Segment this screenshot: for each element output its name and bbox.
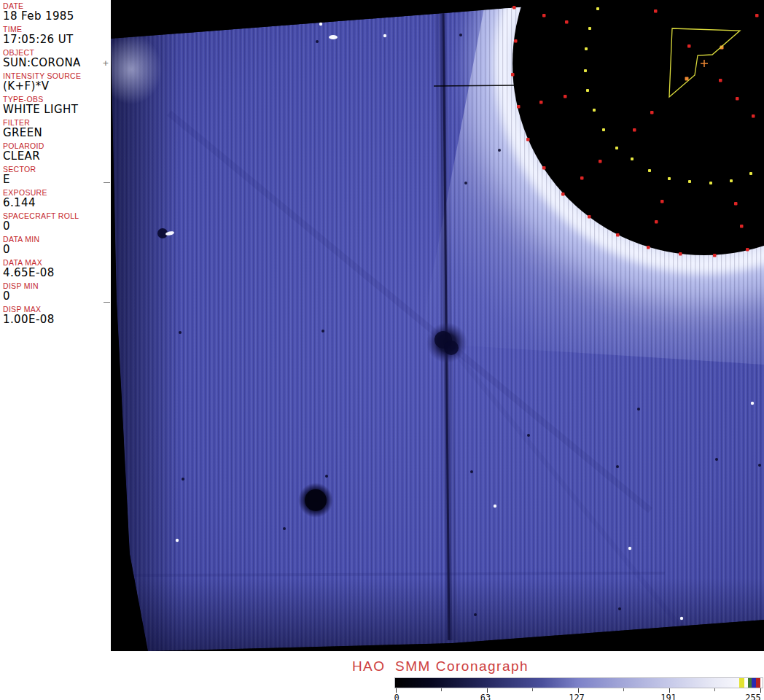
fiducial-dot-yellow	[585, 47, 588, 50]
dark-speck	[459, 34, 462, 36]
coronagraph-image-panel	[111, 0, 764, 651]
fiducial-dot-yellow	[615, 147, 618, 149]
fiducial-dot-yellow	[602, 128, 605, 131]
fiducial-dot-red	[511, 73, 515, 77]
fiducial-dot-yellow	[668, 177, 671, 180]
fiducial-dot-yellow	[588, 27, 591, 30]
meta-value: 6.144	[3, 197, 111, 209]
fiducial-dot-yellow	[584, 69, 587, 72]
meta-sector: SECTORE	[0, 163, 111, 187]
meta-value: CLEAR	[3, 150, 111, 163]
fiducial-dot-red	[650, 111, 654, 114]
fiducial-dot-red	[588, 215, 591, 219]
fiducial-dot-yellow	[688, 180, 691, 183]
fiducial-dot-yellow	[596, 7, 599, 10]
meta-disp-max: DISP MAX1.00E-08	[0, 303, 111, 327]
fiducial-dot-red	[633, 128, 636, 132]
meta-label: SECTOR	[3, 165, 111, 174]
white-speck	[319, 23, 322, 26]
dark-speck	[179, 331, 182, 334]
horizontal-wire	[434, 85, 518, 86]
meta-disp-min: DISP MIN0	[0, 280, 111, 303]
white-speck	[680, 617, 683, 620]
fiducial-dot-red	[736, 97, 739, 101]
edge-plus-marker-left: +	[103, 58, 109, 69]
meta-value: SUN:CORONA	[3, 57, 111, 69]
dust-blob-center-core2	[444, 341, 459, 355]
meta-data-max: DATA MAX4.65E-08	[0, 257, 111, 280]
fiducial-dot-red	[679, 252, 682, 256]
fiducial-dot-red	[542, 166, 546, 170]
meta-polaroid: POLAROIDCLEAR	[0, 140, 111, 163]
meta-value: 1.00E-08	[3, 314, 111, 326]
intensity-colorbar	[395, 678, 763, 688]
dark-speck	[637, 408, 640, 411]
fiducial-dot-yellow	[586, 89, 589, 92]
meta-spacecraft-roll: SPACECRAFT ROLL0	[0, 210, 111, 233]
white-speck	[176, 539, 179, 542]
fiducial-dot-red	[647, 246, 650, 249]
fiducial-dot-red	[616, 233, 620, 237]
fiducial-dot-red	[713, 254, 717, 257]
dark-speck	[498, 149, 501, 152]
meta-value: 0	[3, 244, 111, 256]
colorbar-tick	[714, 688, 715, 691]
meta-label: SPACECRAFT ROLL	[3, 211, 111, 220]
fiducial-dot-red	[740, 225, 744, 228]
dark-speck	[316, 40, 319, 43]
meta-data-min: DATA MIN0	[0, 233, 111, 257]
fiducial-dot-red	[752, 114, 755, 118]
fiducial-dot-red	[755, 14, 759, 18]
dark-speck	[321, 330, 324, 332]
fiducial-dot-yellow	[593, 109, 596, 112]
fiducial-dot-red	[687, 44, 691, 48]
meta-date: DATE18 Feb 1985	[0, 0, 111, 23]
metadata-sidebar: DATE18 Feb 1985 TIME17:05:26 UT OBJECTSU…	[0, 0, 111, 651]
edge-tick-left	[104, 182, 110, 183]
dark-speck	[616, 465, 619, 468]
fiducial-dot-red	[734, 202, 738, 206]
dark-speck	[715, 458, 718, 461]
meta-filter: FILTERGREEN	[0, 117, 111, 140]
meta-label: DATA MIN	[3, 235, 111, 244]
meta-value: E	[3, 174, 111, 186]
meta-value: 4.65E-08	[3, 267, 111, 279]
fiducial-dot-red	[539, 101, 543, 104]
dust-blob-lower-core	[305, 489, 327, 511]
meta-value: GREEN	[3, 127, 111, 139]
fiducial-dot-red	[655, 220, 658, 224]
fiducial-dot-red	[542, 14, 546, 18]
dark-speck	[527, 434, 530, 437]
page-title: HAO SMM Coronagraph	[352, 658, 529, 674]
colorbar-label: 63	[480, 693, 491, 700]
white-speck	[383, 34, 386, 37]
colorbar-tick	[532, 688, 533, 691]
fiducial-dot-red	[580, 176, 584, 180]
fiducial-dot-red	[512, 6, 516, 9]
white-speck	[494, 505, 496, 508]
dark-speck	[182, 478, 184, 481]
colorbar-tick	[623, 688, 624, 691]
fiducial-dot-red	[719, 79, 722, 82]
meta-label: DISP MIN	[3, 281, 111, 290]
meta-value: WHITE LIGHT	[3, 104, 111, 116]
meta-value: 18 Feb 1985	[3, 10, 111, 23]
fiducial-dot-red	[561, 192, 565, 196]
colorbar-tick	[441, 688, 442, 691]
dark-speck	[283, 527, 286, 530]
fiducial-dot-red	[746, 248, 749, 252]
meta-value: 0	[3, 290, 111, 303]
footer: HAO SMM Coronagraph 0 63 127 191 255	[0, 651, 764, 700]
fiducial-dot-yellow	[631, 158, 634, 160]
dark-speck	[470, 470, 473, 473]
fiducial-dot-red	[565, 20, 569, 24]
meta-exposure: EXPOSURE6.144	[0, 187, 111, 210]
fiducial-dot-yellow	[730, 179, 733, 182]
colorbar-label: 127	[569, 693, 585, 700]
dark-speck	[474, 613, 477, 616]
meta-object: OBJECTSUN:CORONA	[0, 47, 111, 70]
white-speck	[329, 35, 338, 39]
fiducial-dot-orange	[685, 77, 689, 81]
colorbar-label: 191	[660, 693, 677, 700]
coronagraph-image	[111, 0, 764, 651]
